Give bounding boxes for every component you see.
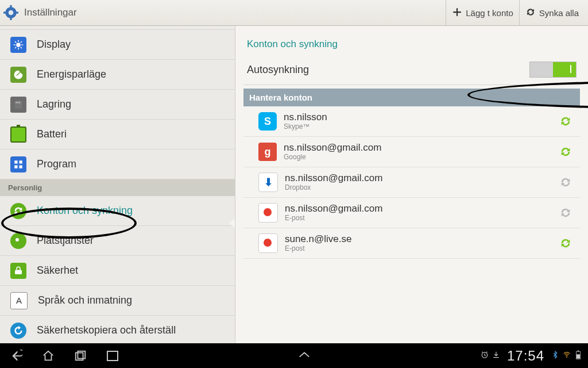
account-service-icon: S <box>258 112 277 131</box>
plus-icon <box>452 7 462 19</box>
account-name: ns.nilsson@gmail.com <box>285 204 559 214</box>
sd-card-icon <box>10 97 26 113</box>
sidebar-item-backup[interactable]: Säkerhetskopiera och återställ <box>0 316 235 343</box>
sidebar-item-label: Program <box>37 158 76 170</box>
system-nav-bar: 17:54 <box>0 343 588 368</box>
account-row[interactable]: Sns.nilssonSkype™ <box>243 106 580 137</box>
nav-expand-button[interactable] <box>129 351 481 361</box>
svg-rect-29 <box>578 350 579 351</box>
account-row[interactable]: gns.nilsson@gmail.comGoogle <box>243 137 580 167</box>
sidebar-item-label: Batteri <box>37 128 67 140</box>
svg-rect-22 <box>20 165 22 168</box>
svg-rect-21 <box>14 165 17 168</box>
sync-status-icon <box>559 145 572 158</box>
account-text: ns.nilsson@gmail.comDropbox <box>285 173 559 192</box>
content-area: Display Energisparläge Lagring Batteri P… <box>0 26 588 343</box>
accounts-list: Sns.nilssonSkype™gns.nilsson@gmail.comGo… <box>243 106 580 259</box>
account-text: ns.nilssonSkype™ <box>284 112 559 131</box>
status-tray[interactable]: 17:54 <box>481 348 588 364</box>
svg-rect-20 <box>20 160 22 163</box>
sync-all-label: Synka alla <box>539 8 579 18</box>
security-icon <box>10 263 26 279</box>
sync-circle-icon <box>10 203 26 219</box>
autosync-label: Autosynkning <box>247 64 529 76</box>
sidebar-section-personal: Personlig <box>0 179 235 196</box>
account-service: E-post <box>285 214 559 222</box>
status-clock: 17:54 <box>507 348 544 364</box>
account-name: ns.nilsson <box>284 112 559 123</box>
recent-apps-button[interactable] <box>64 343 96 368</box>
account-row[interactable]: sune.n@live.seE-post <box>243 228 580 259</box>
sync-status-icon <box>559 206 572 219</box>
sidebar-item-label: Språk och inmatning <box>38 294 132 306</box>
sync-icon <box>525 7 536 19</box>
leaf-icon <box>10 67 26 83</box>
account-service: Dropbox <box>285 183 559 191</box>
svg-rect-16 <box>16 101 17 103</box>
account-text: ns.nilsson@gmail.comGoogle <box>284 143 559 162</box>
detail-panel: Konton och synkning Autosynkning Hantera… <box>235 26 588 343</box>
sidebar-item-label: Energisparläge <box>37 68 106 80</box>
account-text: ns.nilsson@gmail.comE-post <box>285 204 559 223</box>
svg-line-14 <box>21 41 22 43</box>
sidebar-item-battery[interactable]: Batteri <box>0 120 235 150</box>
account-name: ns.nilsson@gmail.com <box>285 173 559 184</box>
bluetooth-icon <box>551 350 559 362</box>
active-indicator-notch <box>229 217 235 229</box>
sidebar-item-display[interactable]: Display <box>0 30 235 60</box>
home-button[interactable] <box>32 343 64 368</box>
account-row[interactable]: ⬇ns.nilsson@gmail.comDropbox <box>243 167 580 198</box>
screenshot-button[interactable] <box>96 343 129 368</box>
sync-status-icon <box>559 115 572 128</box>
sync-status-icon <box>559 237 572 250</box>
wifi-icon <box>563 350 571 362</box>
autosync-row[interactable]: Autosynkning <box>243 59 580 85</box>
account-service-icon <box>258 233 278 253</box>
sidebar-item-storage[interactable]: Lagring <box>0 90 235 120</box>
sidebar-item-label: Lagring <box>37 98 71 110</box>
battery-status-icon <box>574 350 582 362</box>
svg-point-1 <box>9 10 14 16</box>
account-service-icon: g <box>258 143 277 161</box>
svg-line-12 <box>21 47 22 48</box>
settings-gear-icon <box>3 5 18 20</box>
autosync-toggle[interactable] <box>529 62 577 78</box>
title-group: Inställningar <box>3 5 77 20</box>
sync-status-icon <box>559 176 572 189</box>
sidebar-item-security[interactable]: Säkerhet <box>0 256 235 286</box>
toggle-on-segment <box>553 62 576 77</box>
sidebar-item-apps[interactable]: Program <box>0 150 235 179</box>
app-top-bar: Inställningar Lägg t konto Synka alla <box>0 0 588 26</box>
svg-point-6 <box>16 43 21 47</box>
sidebar-item-label: Säkerhetskopiera och återställ <box>37 324 176 336</box>
sidebar-item-peek[interactable] <box>0 26 235 30</box>
svg-line-13 <box>15 47 16 48</box>
toggle-off-segment <box>530 62 553 77</box>
svg-rect-18 <box>20 101 21 103</box>
page-title: Inställningar <box>24 7 77 18</box>
sidebar-item-language[interactable]: A Språk och inmatning <box>0 286 235 316</box>
location-icon <box>10 233 26 249</box>
svg-rect-19 <box>14 160 17 163</box>
screenshot-icon <box>107 351 118 361</box>
apps-icon <box>10 156 26 172</box>
language-icon: A <box>10 292 28 309</box>
sidebar-item-label: Display <box>37 39 71 51</box>
account-row[interactable]: ns.nilsson@gmail.comE-post <box>243 198 580 228</box>
sync-all-button[interactable]: Synka alla <box>519 0 585 25</box>
account-service-icon: ⬇ <box>258 172 278 192</box>
add-account-button[interactable]: Lägg t konto <box>446 0 519 25</box>
backup-icon <box>10 323 26 339</box>
add-account-label: Lägg t konto <box>466 8 513 18</box>
detail-title: Konton och synkning <box>247 39 580 50</box>
display-icon <box>10 37 26 53</box>
account-service: E-post <box>285 244 559 252</box>
battery-icon <box>10 126 26 143</box>
sidebar-item-location[interactable]: Platstjänster <box>0 226 235 256</box>
account-text: sune.n@live.seE-post <box>285 234 559 253</box>
account-service: Google <box>284 153 559 161</box>
sidebar-item-accounts-sync[interactable]: Konton och synkning <box>0 196 235 226</box>
account-name: ns.nilsson@gmail.com <box>284 143 559 154</box>
sidebar-item-powersave[interactable]: Energisparläge <box>0 60 235 90</box>
back-button[interactable] <box>0 343 32 368</box>
